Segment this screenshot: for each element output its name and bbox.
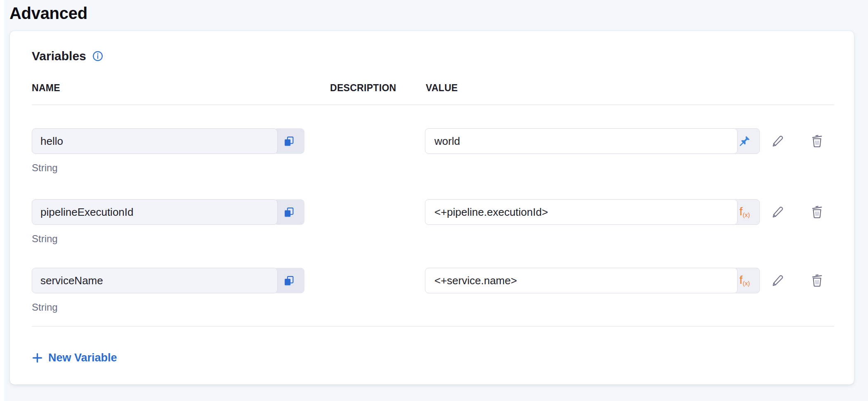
copy-icon[interactable] bbox=[274, 268, 304, 293]
variable-type-label: String bbox=[32, 302, 58, 313]
variables-header: Variables bbox=[32, 49, 103, 63]
copy-icon[interactable] bbox=[274, 128, 304, 154]
variable-row: String bbox=[32, 128, 834, 178]
edit-icon[interactable] bbox=[769, 271, 787, 290]
variable-value-field: f (x) bbox=[425, 199, 760, 225]
variable-value-field bbox=[425, 128, 760, 154]
copy-icon[interactable] bbox=[274, 199, 304, 225]
variable-value-input[interactable] bbox=[425, 199, 738, 225]
variable-name-input[interactable] bbox=[32, 128, 278, 154]
variable-name-field bbox=[32, 199, 304, 225]
variable-value-input[interactable] bbox=[425, 128, 738, 154]
variable-type-label: String bbox=[32, 162, 58, 174]
variable-name-field bbox=[32, 268, 304, 293]
variable-name-input[interactable] bbox=[32, 268, 278, 293]
variable-value-input[interactable] bbox=[425, 268, 738, 293]
plus-icon bbox=[32, 352, 43, 363]
variable-name-input[interactable] bbox=[32, 199, 278, 225]
left-gutter bbox=[0, 0, 4, 401]
info-icon[interactable] bbox=[92, 51, 103, 61]
page-title: Advanced bbox=[9, 4, 87, 23]
variable-value-field: f (x) bbox=[425, 268, 760, 293]
variables-title: Variables bbox=[32, 49, 86, 63]
delete-icon[interactable] bbox=[808, 132, 826, 150]
variables-card: Variables NAME DESCRIPTION VALUE String bbox=[10, 31, 854, 384]
delete-icon[interactable] bbox=[808, 203, 826, 221]
variable-row: String f (x) bbox=[32, 199, 834, 249]
variable-row: String f (x) bbox=[32, 268, 834, 317]
column-header-description: DESCRIPTION bbox=[330, 83, 396, 94]
edit-icon[interactable] bbox=[769, 203, 787, 221]
variable-type-label: String bbox=[32, 233, 58, 245]
new-variable-button[interactable]: New Variable bbox=[32, 349, 117, 366]
column-header-name: NAME bbox=[32, 83, 60, 94]
delete-icon[interactable] bbox=[808, 271, 826, 290]
footer-divider bbox=[32, 326, 834, 327]
header-divider bbox=[32, 104, 834, 105]
edit-icon[interactable] bbox=[769, 132, 787, 150]
variable-name-field bbox=[32, 128, 304, 154]
column-header-value: VALUE bbox=[426, 83, 458, 94]
new-variable-label: New Variable bbox=[48, 351, 117, 364]
